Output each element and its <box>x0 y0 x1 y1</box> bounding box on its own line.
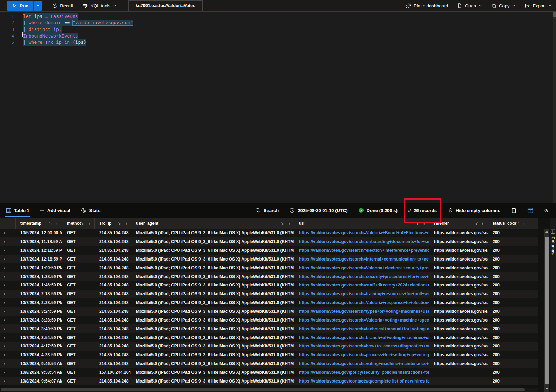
table-row[interactable]: › 10/5/2024, 12:00:00 AM GET 214.85.104.… <box>0 229 538 237</box>
row-expand-chevron[interactable]: › <box>0 344 16 349</box>
table-row[interactable]: › 10/7/2024, 12:18:59 PM GET 214.85.104.… <box>0 255 538 264</box>
row-expand-chevron[interactable]: › <box>0 300 16 305</box>
row-expand-chevron[interactable]: › <box>0 265 16 270</box>
row-expand-chevron[interactable]: › <box>0 274 16 279</box>
column-header[interactable]: src_ip ⋮ <box>95 218 131 229</box>
cell-url-link[interactable]: https://valdoriavotes.gov/search=staff+d… <box>294 283 429 288</box>
filter-funnel-icon[interactable] <box>474 222 478 225</box>
scroll-down-arrow[interactable] <box>545 388 548 390</box>
filter-funnel-icon[interactable] <box>49 222 53 225</box>
query-editor[interactable]: 1 let ips = PassiveDns 2 | where domain … <box>0 11 556 203</box>
filter-funnel-icon[interactable] <box>281 222 285 225</box>
row-expand-chevron[interactable]: › <box>0 230 16 235</box>
cell-url-link[interactable]: https://valdoriavotes.gov/search=Valdori… <box>294 265 429 270</box>
table-row[interactable]: › 10/7/2024, 12:11:59 PM GET 214.85.104.… <box>0 246 538 255</box>
column-menu-icon[interactable]: ⋮ <box>422 221 426 226</box>
run-button[interactable]: Run <box>7 1 33 11</box>
add-visual-button[interactable]: Add visual <box>40 208 70 213</box>
cell-url-link[interactable]: https://valdoriavotes.gov/search=securit… <box>294 274 429 279</box>
cell-url-link[interactable]: https://valdoriavotes.gov/contacts/q/com… <box>294 379 429 384</box>
code-line[interactable]: 3 | distinct ip; <box>0 26 552 33</box>
table-row[interactable]: › 10/7/2024, 1:46:59 PM GET 214.85.104.2… <box>0 281 538 290</box>
table-row[interactable]: › 10/7/2024, 3:40:59 PM GET 214.85.104.2… <box>0 324 538 333</box>
row-expand-chevron[interactable]: › <box>0 379 16 384</box>
cell-url-link[interactable]: https://valdoriavotes.gov/search=trainin… <box>294 291 429 296</box>
pin-to-dashboard-button[interactable]: Pin to dashboard <box>406 3 448 8</box>
row-expand-chevron[interactable]: › <box>0 326 16 331</box>
hide-empty-columns-button[interactable]: Hide empty columns <box>447 208 500 213</box>
search-button[interactable]: Search <box>255 208 279 213</box>
expand-table-button[interactable] <box>527 208 533 214</box>
collapse-results-button[interactable] <box>544 208 549 213</box>
run-split-button[interactable]: Run <box>7 1 42 11</box>
row-expand-chevron[interactable]: › <box>0 370 16 375</box>
row-expand-chevron[interactable]: › <box>0 283 16 288</box>
cell-url-link[interactable]: https://valdoriavotes.gov/search=Valdori… <box>294 230 429 235</box>
column-header[interactable]: status_code ⋮ <box>488 218 529 229</box>
cell-url-link[interactable]: https://valdoriavotes.gov/policy/securit… <box>294 370 429 375</box>
open-menu-button[interactable]: Open <box>457 3 482 8</box>
column-header[interactable]: referrer ⋮ <box>429 218 488 229</box>
copy-results-button[interactable] <box>511 207 517 214</box>
cell-url-link[interactable]: https://valdoriavotes.gov/search=Valdori… <box>294 300 429 305</box>
column-header[interactable]: method ⋮ <box>62 218 95 229</box>
query-code[interactable]: 1 let ips = PassiveDns 2 | where domain … <box>0 13 552 46</box>
filter-funnel-icon[interactable] <box>118 222 122 225</box>
table-row[interactable]: › 10/7/2024, 4:33:59 PM GET 214.85.104.2… <box>0 351 538 359</box>
tab-table-1[interactable]: Table 1 <box>5 203 30 218</box>
cell-url-link[interactable]: https://valdoriavotes.gov/search=how+to+… <box>294 344 429 349</box>
column-menu-icon[interactable]: ⋮ <box>287 221 291 226</box>
horizontal-scrollbar-thumb[interactable] <box>1 388 525 391</box>
row-expand-chevron[interactable]: › <box>0 239 16 244</box>
table-row[interactable]: › 10/7/2024, 2:18:59 PM GET 214.85.104.2… <box>0 290 538 298</box>
vertical-scrollbar-thumb[interactable] <box>545 237 549 384</box>
table-row[interactable]: › 10/7/2024, 11:18:59 AM GET 214.85.104.… <box>0 237 538 246</box>
filter-funnel-icon[interactable] <box>516 222 520 225</box>
code-line[interactable]: 2 | where domain == "valdoriavotesgov.co… <box>0 20 552 26</box>
columns-panel-toggle[interactable]: Columns <box>550 218 556 257</box>
table-row[interactable]: › 10/7/2024, 3:28:59 PM GET 214.85.104.2… <box>0 316 538 324</box>
editor-scrollbar-thumb[interactable] <box>553 12 556 17</box>
filter-funnel-icon[interactable] <box>81 222 85 225</box>
table-row[interactable]: › 10/7/2024, 2:28:59 PM GET 214.85.104.2… <box>0 298 538 307</box>
row-expand-chevron[interactable]: › <box>0 352 16 357</box>
column-menu-icon[interactable]: ⋮ <box>481 221 485 226</box>
row-expand-chevron[interactable]: › <box>0 361 16 366</box>
row-expand-chevron[interactable]: › <box>0 257 16 262</box>
table-row[interactable]: › 10/7/2024, 1:09:59 PM GET 214.85.104.2… <box>0 263 538 272</box>
table-row[interactable]: › 10/8/2024, 9:54:07 AM GET 214.85.104.2… <box>0 377 538 385</box>
run-dropdown-button[interactable] <box>33 1 42 11</box>
cell-url-link[interactable]: https://valdoriavotes.gov/search=voting+… <box>294 361 429 366</box>
row-expand-chevron[interactable]: › <box>0 318 16 323</box>
cell-url-link[interactable]: https://valdoriavotes.gov/search=process… <box>294 352 429 357</box>
table-row[interactable]: › 10/8/2024, 9:46:54 AM GET 214.85.104.2… <box>0 359 538 368</box>
table-row[interactable]: › 10/8/2024, 9:53:54 AM GET 157.100.244.… <box>0 368 538 377</box>
column-menu-icon[interactable]: ⋮ <box>124 221 128 226</box>
table-row[interactable]: › 10/7/2024, 3:54:59 PM GET 214.85.104.2… <box>0 333 538 342</box>
vertical-scrollbar[interactable] <box>544 229 549 392</box>
code-line[interactable]: 5 | where src_ip in (ips) <box>0 39 552 46</box>
filter-funnel-icon[interactable] <box>416 222 420 225</box>
row-expand-chevron[interactable]: › <box>0 335 16 340</box>
recall-button[interactable]: Recall <box>52 3 73 8</box>
cell-url-link[interactable]: https://valdoriavotes.gov/search=technic… <box>294 326 429 331</box>
export-menu-button[interactable]: Export <box>524 3 552 8</box>
row-expand-chevron[interactable]: › <box>0 248 16 253</box>
cell-url-link[interactable]: https://valdoriavotes.gov/search=branch+… <box>294 335 429 340</box>
horizontal-scrollbar[interactable] <box>0 388 538 392</box>
table-row[interactable]: › 10/7/2024, 3:24:59 PM GET 214.85.104.2… <box>0 307 538 316</box>
scroll-up-arrow[interactable] <box>545 231 548 233</box>
copy-menu-button[interactable]: Copy <box>491 3 515 8</box>
column-header[interactable]: timestamp ⋮ <box>16 218 62 229</box>
code-line[interactable]: 1 let ips = PassiveDns <box>0 13 552 20</box>
column-menu-icon[interactable]: ⋮ <box>522 221 526 226</box>
kql-tools-button[interactable]: KQL tools <box>82 3 116 8</box>
cell-url-link[interactable]: https://valdoriavotes.gov/search=Valdori… <box>294 318 429 323</box>
row-expand-chevron[interactable]: › <box>0 309 16 314</box>
stats-button[interactable]: Stats <box>81 208 101 213</box>
column-header[interactable]: url ⋮ <box>294 218 429 229</box>
cell-url-link[interactable]: https://valdoriavotes.gov/search=onboard… <box>294 239 429 244</box>
code-line[interactable]: 4 InboundNetworkEvents <box>0 33 552 40</box>
cell-url-link[interactable]: https://valdoriavotes.gov/search=interna… <box>294 257 429 262</box>
connection-tab[interactable]: kc7001.eastus/ValdoriaVotes <box>128 0 203 11</box>
